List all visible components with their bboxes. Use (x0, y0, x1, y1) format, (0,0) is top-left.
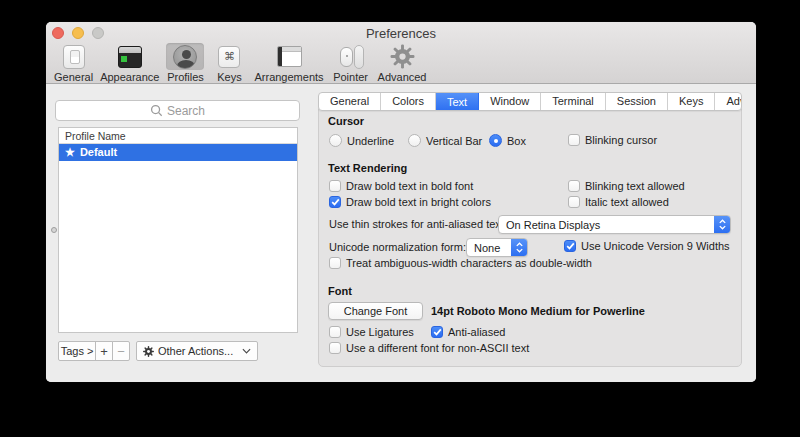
tab-keys[interactable]: Keys (668, 93, 715, 110)
checkbox-italic-text[interactable]: Italic text allowed (568, 196, 669, 208)
desktop-background: Preferences General Appearance Profiles (0, 0, 800, 437)
stepper-icon (714, 216, 730, 233)
checkbox-icon (329, 326, 341, 338)
profile-list: Profile Name ★ Default (58, 127, 298, 333)
checkbox-icon (568, 196, 580, 208)
tags-button[interactable]: Tags > (58, 341, 96, 361)
splitter-dimple[interactable] (51, 227, 57, 233)
toolbar-item-keys[interactable]: ⌘ Keys (209, 43, 249, 84)
profile-name: Default (80, 144, 117, 161)
checkbox-bold-font[interactable]: Draw bold text in bold font (329, 180, 473, 192)
text-rendering-heading: Text Rendering (328, 162, 407, 174)
toolbar-item-arrangements[interactable]: Arrangements (252, 43, 325, 84)
arrangements-icon (270, 43, 309, 70)
gear-icon (143, 346, 154, 357)
profiles-icon (166, 43, 204, 70)
toolbar-item-advanced[interactable]: Advanced (376, 43, 429, 84)
remove-profile-button[interactable]: − (112, 341, 130, 361)
tab-strip: General Colors Text Window Terminal Sess… (318, 92, 742, 111)
window-body: Search Profile Name ★ Default Tags > + − (46, 84, 756, 382)
window-title: Preferences (46, 26, 756, 41)
toolbar-item-pointer[interactable]: Pointer (329, 43, 373, 84)
checkbox-ligatures[interactable]: Use Ligatures (329, 326, 414, 338)
star-icon: ★ (65, 144, 75, 161)
current-font-label: 14pt Roboto Mono Medium for Powerline (431, 305, 645, 317)
preferences-window: Preferences General Appearance Profiles (46, 22, 756, 382)
search-placeholder: Search (167, 104, 205, 118)
thin-strokes-select[interactable]: On Retina Displays (498, 215, 731, 234)
tab-session[interactable]: Session (606, 93, 668, 110)
tab-colors[interactable]: Colors (381, 93, 436, 110)
checkbox-icon (329, 342, 341, 354)
radio-box[interactable]: Box (489, 134, 526, 147)
cursor-heading: Cursor (328, 115, 364, 127)
search-input[interactable]: Search (55, 100, 300, 121)
search-icon (150, 104, 163, 117)
general-icon (56, 43, 92, 70)
profile-actions: Tags > + − (58, 341, 258, 361)
other-actions-label: Other Actions... (158, 345, 233, 357)
checkbox-icon (431, 326, 443, 338)
checkbox-icon (568, 180, 580, 192)
checkbox-icon (564, 240, 576, 252)
tab-window[interactable]: Window (479, 93, 541, 110)
checkbox-antialiased[interactable]: Anti-aliased (431, 326, 505, 338)
font-heading: Font (328, 285, 352, 297)
checkbox-blinking-cursor[interactable]: Blinking cursor (568, 134, 657, 146)
checkbox-unicode9[interactable]: Use Unicode Version 9 Widths (564, 240, 730, 252)
radio-icon (408, 134, 421, 147)
toolbar: General Appearance Profiles ⌘ Keys (52, 43, 429, 84)
checkbox-icon (329, 257, 341, 269)
toolbar-item-appearance[interactable]: Appearance (98, 43, 161, 84)
profile-row-default[interactable]: ★ Default (59, 144, 297, 161)
radio-icon (489, 134, 502, 147)
checkbox-bright-colors[interactable]: Draw bold text in bright colors (329, 196, 491, 208)
appearance-icon (111, 43, 149, 70)
other-actions-dropdown[interactable]: Other Actions... (136, 341, 258, 361)
gear-icon (383, 43, 422, 70)
chevron-down-icon (242, 348, 251, 354)
radio-icon (329, 134, 342, 147)
radio-underline[interactable]: Underline (329, 134, 394, 147)
pointer-icon (331, 43, 371, 70)
stepper-icon (511, 239, 527, 256)
tab-general[interactable]: General (319, 93, 381, 110)
toolbar-item-general[interactable]: General (52, 43, 95, 84)
tab-text[interactable]: Text (436, 92, 479, 111)
checkbox-icon (568, 134, 580, 146)
profile-list-header: Profile Name (59, 128, 297, 144)
normalization-select[interactable]: None (466, 238, 528, 257)
add-profile-button[interactable]: + (95, 341, 113, 361)
tab-content-panel: Cursor Underline Vertical Bar Box (318, 101, 742, 367)
checkbox-blinking-text[interactable]: Blinking text allowed (568, 180, 685, 192)
window-header: Preferences General Appearance Profiles (46, 22, 756, 84)
radio-vertical-bar[interactable]: Vertical Bar (408, 134, 482, 147)
checkbox-ambiguous-width[interactable]: Treat ambiguous-width characters as doub… (329, 257, 592, 269)
tab-advanced[interactable]: Advanced (715, 93, 742, 110)
checkbox-icon (329, 180, 341, 192)
keys-icon: ⌘ (211, 43, 247, 70)
thin-strokes-label: Use thin strokes for anti-aliased text (329, 218, 504, 230)
change-font-button[interactable]: Change Font (328, 302, 423, 320)
normalization-label: Unicode normalization form: (329, 241, 466, 253)
tab-terminal[interactable]: Terminal (541, 93, 606, 110)
checkbox-non-ascii-font[interactable]: Use a different font for non-ASCII text (329, 342, 529, 354)
checkbox-icon (329, 196, 341, 208)
toolbar-item-profiles[interactable]: Profiles (164, 43, 206, 84)
